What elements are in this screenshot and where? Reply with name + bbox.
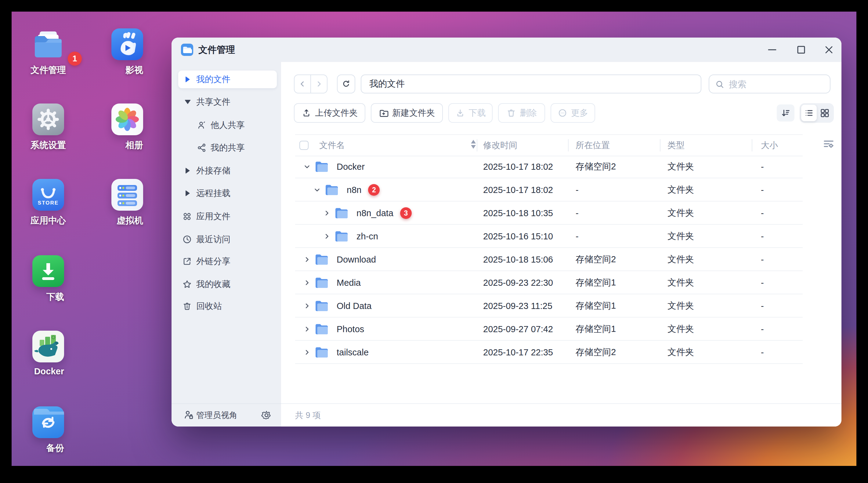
app-label: 应用中心 (31, 215, 66, 227)
chevron-right-icon[interactable] (322, 232, 332, 241)
file-row[interactable]: Old Data 2025-09-23 11:25 存储空间1 文件夹 - (295, 294, 803, 318)
maximize-button[interactable] (794, 42, 808, 57)
upload-folder-button[interactable]: 上传文件夹 (294, 103, 365, 123)
desktop-app-docker[interactable]: Docker (32, 331, 64, 376)
desktop-app-settings[interactable]: 系统设置 (32, 103, 64, 151)
expand-triangle-icon[interactable] (184, 70, 192, 88)
sort-button[interactable] (777, 104, 795, 122)
desktop-app-vm[interactable]: 虚拟机 (112, 179, 143, 227)
view-toggle (800, 103, 834, 123)
step-badge: 2 (368, 184, 380, 196)
header-location[interactable]: 所在位置 (576, 135, 610, 156)
header-type[interactable]: 类型 (668, 135, 685, 156)
backup-app-icon (32, 406, 64, 438)
sidebar-item-favorites[interactable]: 我的收藏 (178, 275, 277, 293)
app-label: Docker (34, 366, 64, 376)
desktop-app-backup[interactable]: 备份 (32, 406, 64, 454)
column-settings-icon[interactable] (822, 138, 835, 150)
minimize-button[interactable] (765, 42, 779, 57)
chevron-down-icon[interactable] (303, 162, 312, 171)
file-row[interactable]: Docker 2025-10-17 18:02 存储空间2 文件夹 - (295, 155, 803, 178)
file-row[interactable]: zh-cn 2025-10-16 15:10 - 文件夹 - (295, 225, 803, 248)
app-files-icon (181, 208, 193, 225)
chevron-right-icon[interactable] (303, 348, 312, 357)
address-input[interactable] (361, 75, 701, 93)
desktop-app-store[interactable]: STORE 应用中心 (32, 179, 64, 227)
sidebar-item-external-storage[interactable]: 外接存储 (178, 162, 277, 180)
folder-icon (315, 300, 329, 312)
window-app-icon (181, 43, 193, 56)
file-name: n8n_data (356, 208, 394, 218)
window-titlebar[interactable]: 文件管理 (172, 37, 841, 62)
header-modified[interactable]: 修改时间 (483, 135, 517, 156)
sidebar-item-shared-files[interactable]: 共享文件 (178, 93, 277, 111)
desktop-screen: 1 文件管理 影视 (0, 0, 868, 483)
sort-arrows-icon[interactable] (471, 140, 476, 149)
file-row[interactable]: n8n_data 3 2025-10-18 10:35 - 文件夹 - (295, 202, 803, 225)
file-row[interactable]: Photos 2025-09-27 07:42 存储空间1 文件夹 - (295, 318, 803, 341)
forward-button[interactable] (310, 75, 327, 93)
chevron-right-icon[interactable] (303, 255, 312, 264)
grid-view-icon (819, 108, 830, 118)
new-folder-icon (379, 108, 389, 118)
docker-app-icon (32, 331, 64, 362)
file-row[interactable]: Download 2025-10-18 15:06 存储空间2 文件夹 - (295, 248, 803, 271)
app-label: 相册 (125, 139, 143, 151)
chevron-right-icon[interactable] (322, 209, 332, 217)
desktop-app-video[interactable]: 影视 (112, 28, 143, 76)
desktop-app-photos[interactable]: 相册 (112, 103, 143, 151)
sort-icon (780, 108, 791, 118)
download-icon (455, 108, 465, 118)
grid-view-button[interactable] (817, 105, 832, 121)
sidebar-item-recent[interactable]: 最近访问 (178, 231, 277, 248)
close-button[interactable] (822, 42, 836, 57)
back-button[interactable] (294, 75, 310, 93)
expand-triangle-icon[interactable] (184, 162, 192, 180)
window-title: 文件管理 (198, 37, 235, 62)
desktop-app-downloads[interactable]: 下载 (32, 255, 64, 303)
search-box[interactable] (709, 74, 831, 93)
step-badge: 3 (400, 207, 412, 219)
desktop-app-file-manager[interactable]: 1 文件管理 (32, 28, 64, 76)
sidebar-item-remote-mount[interactable]: 远程挂载 (178, 184, 277, 202)
new-folder-button[interactable]: 新建文件夹 (371, 103, 443, 123)
file-name: Download (337, 254, 376, 265)
history-nav (294, 74, 328, 93)
file-name: tailscale (337, 348, 369, 358)
header-name[interactable]: 文件名 (319, 135, 345, 156)
clock-icon (181, 231, 193, 248)
refresh-button[interactable] (337, 74, 355, 93)
sidebar-item-my-files[interactable]: 我的文件 (178, 70, 277, 88)
chevron-down-icon[interactable] (313, 186, 322, 194)
external-link-icon (181, 252, 193, 270)
more-button[interactable]: 更多 (551, 103, 595, 123)
trash-icon (181, 297, 193, 315)
folder-icon (315, 160, 329, 173)
download-button[interactable]: 下载 (448, 103, 493, 123)
file-row[interactable]: n8n 2 2025-10-17 18:02 - 文件夹 - (295, 178, 803, 202)
admin-view-label[interactable]: 管理员视角 (196, 404, 238, 426)
admin-view-icon (183, 409, 194, 420)
delete-button[interactable]: 删除 (498, 103, 545, 123)
expand-triangle-icon[interactable] (184, 184, 192, 202)
sidebar-item-link-shares[interactable]: 外链分享 (178, 252, 277, 270)
sidebar-item-app-files[interactable]: 应用文件 (178, 208, 277, 225)
settings-app-icon (32, 103, 64, 135)
sidebar-item-my-shares[interactable]: 我的共享 (178, 139, 277, 157)
collapse-triangle-icon[interactable] (184, 93, 192, 111)
sidebar-item-recycle-bin[interactable]: 回收站 (178, 297, 277, 315)
address-bar[interactable] (361, 74, 701, 93)
chevron-right-icon[interactable] (303, 278, 312, 287)
select-all-checkbox[interactable] (300, 141, 309, 150)
gear-icon[interactable] (261, 410, 272, 421)
file-row[interactable]: tailscale 2025-10-17 22:35 存储空间2 文件夹 - (295, 341, 803, 364)
chevron-right-icon[interactable] (303, 325, 312, 333)
file-row[interactable]: Media 2025-09-23 22:30 存储空间1 文件夹 - (295, 271, 803, 294)
file-name: zh-cn (356, 232, 378, 241)
sidebar-item-shared-by-others[interactable]: 他人共享 (178, 116, 277, 134)
header-size[interactable]: 大小 (761, 135, 778, 156)
folder-icon (315, 346, 329, 359)
chevron-right-icon[interactable] (303, 302, 312, 310)
search-input[interactable] (728, 75, 827, 93)
list-view-button[interactable] (801, 105, 817, 121)
